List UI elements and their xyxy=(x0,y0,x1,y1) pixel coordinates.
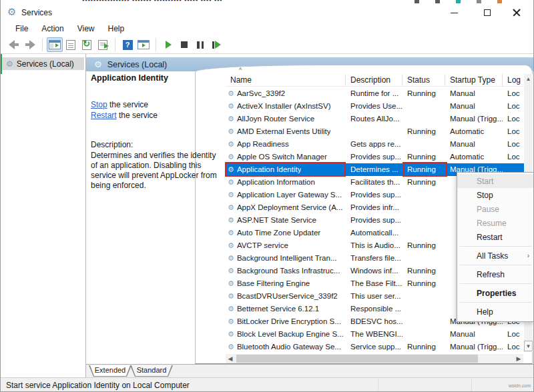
service-gear-icon: ⚙ xyxy=(228,303,234,315)
cell-name: ⚙AllJoyn Router Service xyxy=(226,113,346,125)
scrollbar-thumb[interactable] xyxy=(236,355,478,363)
cell-description: Gets apps re... xyxy=(346,138,403,151)
column-header-status[interactable]: Status xyxy=(403,74,445,86)
export-list-icon xyxy=(98,40,107,50)
play-icon xyxy=(166,41,172,49)
table-row[interactable]: ⚙AarSvc_339f2Runtime for ...RunningManua… xyxy=(226,87,524,100)
cell-name: ⚙ActiveX Installer (AxInstSV) xyxy=(226,100,346,113)
menu-view[interactable]: View xyxy=(71,22,101,35)
cell-log-on-as: Loc xyxy=(503,100,524,113)
properties-icon xyxy=(66,40,75,50)
tab-extended[interactable]: Extended xyxy=(89,365,131,377)
scroll-up-icon[interactable]: ▲ xyxy=(524,74,533,84)
table-row[interactable]: ⚙AMD External Events UtilityRunningAutom… xyxy=(226,125,524,138)
service-gear-icon: ⚙ xyxy=(228,290,234,303)
restart-service-link[interactable]: Restart xyxy=(91,111,117,120)
column-header-log[interactable]: Log xyxy=(503,74,524,86)
cell-status: Running xyxy=(403,125,445,138)
table-row[interactable]: ⚙ActiveX Installer (AxInstSV)Provides Us… xyxy=(226,100,524,113)
show-console-tree-button[interactable] xyxy=(47,37,63,52)
context-menu-item-properties[interactable]: Properties xyxy=(457,286,534,300)
show-action-pane-button[interactable] xyxy=(136,37,152,52)
cell-status xyxy=(403,113,445,125)
column-header-name[interactable]: Name xyxy=(226,74,346,86)
start-service-button[interactable] xyxy=(160,37,176,52)
forward-button[interactable] xyxy=(22,37,38,52)
maximize-icon xyxy=(484,9,491,16)
column-header-description[interactable]: Description xyxy=(346,74,403,86)
menu-bar: FileActionViewHelp xyxy=(1,21,534,36)
cell-startup-type: Manual xyxy=(445,138,503,151)
menu-separator xyxy=(460,302,532,303)
cell-description: Windows inf... xyxy=(346,265,403,277)
tab-standard[interactable]: Standard xyxy=(130,365,173,377)
context-menu-item-help[interactable]: Help xyxy=(457,305,534,319)
maximize-button[interactable] xyxy=(476,5,499,20)
status-bar: Start service Application Identity on Lo… xyxy=(1,377,534,392)
cell-name: ⚙AppX Deployment Service (A... xyxy=(226,201,346,214)
menu-help[interactable]: Help xyxy=(101,22,131,35)
context-menu-item-restart[interactable]: Restart xyxy=(457,230,534,244)
cell-status xyxy=(403,290,445,303)
scroll-right-icon[interactable]: ▶ xyxy=(514,355,523,362)
export-list-button[interactable] xyxy=(95,37,111,52)
help-button[interactable]: ? xyxy=(119,37,136,52)
tree-item-label: Services (Local) xyxy=(17,59,74,69)
scroll-left-icon[interactable]: ◀ xyxy=(226,355,235,362)
menu-action[interactable]: Action xyxy=(35,22,70,35)
pause-service-button[interactable] xyxy=(192,37,208,52)
toolbar-separator xyxy=(115,38,115,51)
cell-name: ⚙BcastDVRUserService_339f2 xyxy=(226,290,346,303)
info-pane: Application Identity Stop the service Re… xyxy=(91,73,222,83)
cell-status xyxy=(403,227,445,239)
services-window: ▪▪▪▪▪▪▪▪▪▪▪▪▪▪▪▪▪ ▪▪▪▪▪▪▪ ▪▪▪▪▪▪▪▪▪▪ ▪▪▪… xyxy=(0,0,534,392)
cell-log-on-as: Loc xyxy=(503,151,524,163)
context-menu-item-start: Start xyxy=(457,174,534,188)
cell-name: ⚙Application Layer Gateway S... xyxy=(226,189,346,201)
cell-name: ⚙Application Identity xyxy=(226,163,346,176)
stop-icon xyxy=(181,41,188,48)
scroll-down-icon[interactable]: ▼ xyxy=(524,341,533,351)
top-watermark-speck xyxy=(497,0,502,3)
cell-name: ⚙Block Level Backup Engine S... xyxy=(226,328,346,341)
properties-button[interactable] xyxy=(63,37,79,52)
pane-divider[interactable] xyxy=(85,54,86,377)
cell-description: Responsible ... xyxy=(346,303,403,315)
window-title: Services xyxy=(21,8,52,17)
stop-service-link[interactable]: Stop xyxy=(91,100,107,109)
cell-description: Provides Use... xyxy=(346,100,403,113)
cell-description: Provides infr... xyxy=(346,201,403,214)
refresh-button[interactable]: ↻ xyxy=(79,37,95,52)
context-menu-item-resume: Resume xyxy=(457,216,534,230)
menu-file[interactable]: File xyxy=(9,22,35,35)
cell-name: ⚙Base Filtering Engine xyxy=(226,277,346,290)
horizontal-scrollbar[interactable]: ◀ ▶ xyxy=(226,354,523,363)
context-menu-item-stop[interactable]: Stop xyxy=(457,188,534,202)
cell-description xyxy=(346,125,403,138)
table-row[interactable]: ⚙App ReadinessGets apps re...ManualLoc xyxy=(226,138,524,151)
cell-description: This user ser... xyxy=(346,290,403,303)
service-gear-icon: ⚙ xyxy=(228,163,234,176)
back-button[interactable] xyxy=(6,37,22,52)
service-gear-icon: ⚙ xyxy=(228,265,234,277)
tree-item-services-local[interactable]: ⚙ Services (Local) xyxy=(2,57,84,70)
column-header-startup-type[interactable]: Startup Type xyxy=(445,74,503,86)
table-row[interactable]: ⚙Block Level Backup Engine S...The WBENG… xyxy=(226,328,524,341)
top-watermark-marks: ▪▪▪▪▪▪▪▪▪▪▪▪▪▪▪▪▪ ▪▪▪▪▪▪▪ ▪▪▪▪▪▪▪▪▪▪ ▪▪▪… xyxy=(82,0,403,3)
restart-service-button[interactable] xyxy=(208,37,224,52)
table-row[interactable]: ⚙AllJoyn Router ServiceRoutes AllJo...Ma… xyxy=(226,113,524,125)
service-gear-icon: ⚙ xyxy=(228,87,234,100)
cell-description: Provides sup... xyxy=(346,214,403,227)
context-menu-item-all-tasks[interactable]: All Tasks› xyxy=(457,249,534,263)
cell-status: Running xyxy=(403,163,445,176)
table-row[interactable]: ⚙Apple OS Switch ManagerProvides sup...R… xyxy=(226,151,524,163)
table-row[interactable]: ⚙Bluetooth Audio Gateway Se...Service su… xyxy=(226,341,524,353)
service-gear-icon: ⚙ xyxy=(228,100,234,113)
cell-status xyxy=(403,201,445,214)
title-bar: ⚙ Services xyxy=(1,4,534,21)
context-menu-item-refresh[interactable]: Refresh xyxy=(457,267,534,281)
cell-name: ⚙BitLocker Drive Encryption S... xyxy=(226,315,346,328)
close-button[interactable] xyxy=(505,5,528,20)
stop-service-button[interactable] xyxy=(176,37,192,52)
minimize-button[interactable] xyxy=(443,5,465,20)
